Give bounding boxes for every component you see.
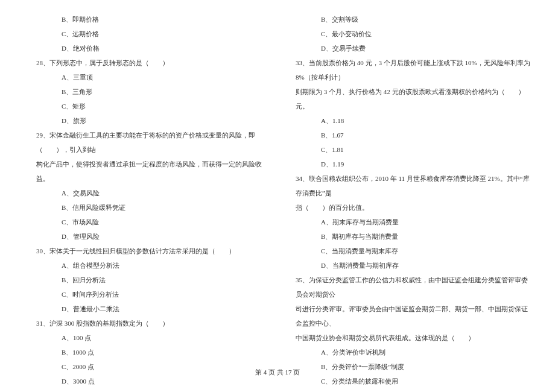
q35-option-c: C、分类结果的披露和使用 [296,374,531,388]
q32-stem: 32、（ ）期货交易所按成交合约金额的一定比例或按成交合约手数收取的费用。 [36,388,271,392]
q34-option-a: A、期末库存与当期消费量 [296,215,531,229]
q34-stem-line1: 34、联合国粮农组织公布，2010 年 11 月世界粮食库存消费比降至 21%。… [296,171,531,200]
q32-option-c: C、最小变动价位 [296,27,531,41]
q30-option-c: C、时间序列分析法 [36,287,271,302]
q29-stem-line2: 构化产品中，使得投资者通过承担一定程度的市场风险，而获得一定的风险收益。 [36,157,271,186]
q27-option-d: D、绝对价格 [36,41,271,55]
q35-stem-line1: 35、为保证分类监管工作的公信力和权威性，由中国证监会组建分类监管评审委员会对期… [296,273,531,302]
q30-stem: 30、宋体关于一元线性回归模型的参数估计方法常采用的是（ ） [36,244,271,258]
q28-option-c: C、矩形 [36,99,271,113]
q35-stem-line2: 司进行分类评审。评审委员会由中国证监会期货二部、期货一部、中国期货保证金监控中心… [296,302,531,330]
q34-option-d: D、当期消费量与期初库存 [296,258,531,273]
q33-option-b: B、1.67 [296,128,531,142]
q29-option-d: D、管理风险 [36,229,271,244]
q34-stem-line2: 指（ ）的百分比值。 [296,200,531,215]
q32-option-d: D、交易手续费 [296,41,531,55]
q31-option-a: A、100 点 [36,330,271,345]
q32-option-b: B、交割等级 [296,12,531,27]
q28-option-a: A、三重顶 [36,70,271,84]
q29-option-c: C、市场风险 [36,215,271,229]
q31-stem: 31、沪深 300 股指数的基期指数定为（ ） [36,316,271,330]
q33-option-a: A、1.18 [296,113,531,128]
q34-option-b: B、期初库存与当期消费量 [296,229,531,244]
q31-option-b: B、1000 点 [36,345,271,359]
q28-stem: 28、下列形态中，属于反转形态的是（ ） [36,55,271,70]
q30-option-a: A、组合模型分析法 [36,258,271,273]
q35-option-b: B、分类评价“一票降级”制度 [296,359,531,374]
q33-option-c: C、1.81 [296,142,531,157]
q28-option-b: B、三角形 [36,84,271,99]
q33-stem-line2: 则期限为 3 个月、执行价格为 42 元的该股票欧式看涨期权的价格约为（ ）元。 [296,84,531,113]
q33-option-d: D、1.19 [296,157,531,171]
q27-option-b: B、即期价格 [36,12,271,27]
q35-option-a: A、分类评价申诉机制 [296,345,531,359]
q30-option-b: B、回归分析法 [36,273,271,287]
q29-option-b: B、信用风险缓释凭证 [36,200,271,215]
q29-stem-line1: 29、宋体金融衍生工具的主要功能在于将标的的资产价格或变量的风险，即（ ），引入… [36,128,271,157]
q31-option-c: C、2000 点 [36,359,271,374]
q29-option-a: A、交易风险 [36,186,271,200]
q35-option-d: D、分类评审的集体决策制度 [296,388,531,392]
q30-option-d: D、普通最小二乘法 [36,302,271,316]
q33-stem-line1: 33、当前股票价格为 40 元，3 个月后股价可能上涨或下跌 10%，无风险年利… [296,55,531,84]
q27-option-c: C、远期价格 [36,27,271,41]
q34-option-c: C、当期消费量与期末库存 [296,244,531,258]
q35-stem-line3: 中国期货业协会和期货交易所代表组成。这体现的是（ ） [296,330,531,345]
q28-option-d: D、旗形 [36,113,271,128]
q31-option-d: D、3000 点 [36,374,271,388]
